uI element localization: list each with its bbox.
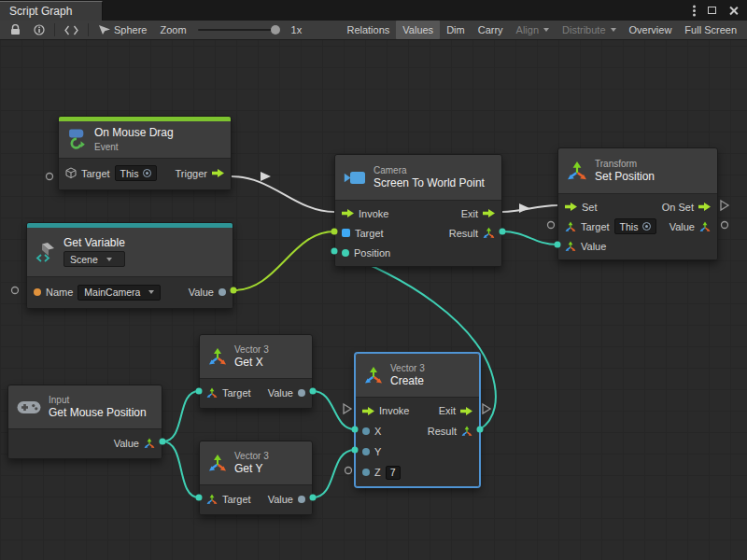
- port-label-position: Position: [354, 247, 390, 259]
- node-screen-to-world-point[interactable]: Camera Screen To World Point Invoke Exit…: [334, 154, 502, 267]
- tab-script-graph[interactable]: Script Graph: [0, 1, 103, 21]
- variable-name-value: MainCamera: [84, 287, 140, 298]
- vector3-icon: [208, 347, 227, 366]
- lock-icon: [10, 24, 21, 35]
- dropdown-caret-icon: [148, 290, 154, 294]
- values-button[interactable]: Values: [396, 21, 440, 39]
- zoom-slider-handle[interactable]: [271, 25, 280, 35]
- toolbar-separator: [54, 23, 55, 36]
- transform-icon: [567, 161, 587, 181]
- z-value-field[interactable]: 7: [386, 466, 401, 480]
- port-label-invoke: Invoke: [359, 208, 388, 219]
- dropdown-caret-icon: [611, 28, 616, 32]
- port-label-target: Target: [222, 494, 251, 505]
- object-picker-icon[interactable]: [642, 222, 651, 231]
- variable-scope-dropdown[interactable]: Scene: [63, 251, 125, 267]
- vector3-icon: [208, 454, 227, 472]
- node-title: Get X: [234, 357, 269, 370]
- vector-port-icon: [342, 249, 349, 257]
- node-ports: Name MainCamera Value: [27, 276, 233, 308]
- mouse-drag-event-icon: [67, 128, 87, 150]
- close-icon[interactable]: [728, 6, 738, 15]
- target-object-indicator[interactable]: Sphere: [92, 21, 153, 39]
- node-category: Vector 3: [234, 344, 269, 355]
- node-get-mouse-position[interactable]: Input Get Mouse Position Value: [7, 385, 162, 459]
- toolbar-separator: [88, 23, 89, 36]
- port-label-target: Target: [222, 387, 251, 399]
- node-header: Vector 3 Create: [356, 354, 479, 397]
- variable-scope-value: Scene: [70, 254, 98, 265]
- node-on-mouse-drag[interactable]: On Mouse Drag Event Target This Trigger: [58, 116, 232, 190]
- node-header: Camera Screen To World Point: [335, 155, 501, 200]
- port-label-exit: Exit: [461, 208, 478, 219]
- button-label: Values: [402, 24, 433, 35]
- full-screen-button[interactable]: Full Screen: [678, 21, 743, 39]
- control-arrow-icon: [212, 169, 224, 177]
- vector3-port-icon: [565, 241, 576, 252]
- pointer-icon: [98, 24, 111, 35]
- target-object-field[interactable]: This: [115, 165, 158, 181]
- zoom-value: 1x: [291, 24, 303, 35]
- node-title: Get Y: [234, 463, 269, 476]
- float-port-icon: [362, 427, 370, 435]
- dropdown-caret-icon: [543, 28, 549, 32]
- target-object-field[interactable]: This: [614, 218, 657, 234]
- dim-button[interactable]: Dim: [440, 21, 472, 39]
- port-label-value-out: Value: [669, 221, 695, 232]
- node-header: Transform Set Position: [558, 148, 717, 193]
- node-subtitle: Event: [94, 142, 174, 152]
- object-picker-icon[interactable]: [143, 169, 151, 177]
- port-label-target: Target: [581, 221, 610, 232]
- variable-name-dropdown[interactable]: MainCamera: [78, 285, 161, 301]
- node-ports: Target Value: [200, 378, 312, 408]
- node-header: Vector 3 Get Y: [200, 441, 312, 484]
- node-category: Vector 3: [234, 451, 269, 461]
- control-arrow-icon: [483, 209, 495, 217]
- relations-button[interactable]: Relations: [340, 21, 396, 39]
- info-icon: [34, 24, 45, 35]
- vector3-port-icon: [699, 221, 711, 232]
- port-label-value-in: Value: [581, 241, 606, 252]
- node-ports: Target Value: [200, 484, 312, 514]
- string-port-icon: [34, 288, 41, 296]
- control-arrow-icon: [342, 209, 354, 217]
- window-controls: [693, 0, 747, 21]
- node-get-y[interactable]: Vector 3 Get Y Target Value: [199, 441, 313, 515]
- button-label: Align: [516, 24, 539, 35]
- port-label-result: Result: [449, 228, 478, 239]
- node-title: Set Position: [595, 171, 655, 184]
- node-header: Get Variable Scene: [27, 228, 233, 276]
- lock-button[interactable]: [4, 21, 27, 39]
- port-label-value: Value: [268, 387, 293, 399]
- info-button[interactable]: [27, 21, 51, 39]
- carry-button[interactable]: Carry: [472, 21, 510, 39]
- node-get-variable[interactable]: Get Variable Scene Name MainCamera Value: [26, 222, 233, 309]
- dropdown-caret-icon: [106, 258, 112, 261]
- align-button: Align: [510, 21, 556, 39]
- node-ports: Value: [8, 428, 162, 458]
- vector3-port-icon: [206, 387, 218, 399]
- node-set-position[interactable]: Transform Set Position Set On Set Target: [557, 147, 718, 260]
- camera-port-icon: [342, 229, 350, 237]
- button-label: Full Screen: [684, 24, 737, 35]
- zoom-slider[interactable]: [198, 29, 280, 31]
- maximize-icon[interactable]: [708, 7, 716, 14]
- kebab-menu-icon[interactable]: [693, 9, 696, 12]
- float-port-icon: [362, 448, 370, 455]
- node-ports: Invoke Exit Target Result: [335, 200, 501, 266]
- node-vector3-create[interactable]: Vector 3 Create Invoke Exit X Result: [355, 353, 480, 487]
- overview-button[interactable]: Overview: [623, 21, 679, 39]
- window-tab-bar: Script Graph: [0, 0, 747, 21]
- gameobject-cube-icon: [65, 167, 77, 179]
- button-label: Carry: [478, 24, 503, 35]
- node-ports: Set On Set Target This Va: [558, 193, 717, 259]
- vector3-port-icon: [461, 426, 472, 437]
- get-variable-icon: [35, 242, 56, 262]
- port-label-exit: Exit: [439, 405, 456, 416]
- vector3-port-icon: [144, 438, 155, 449]
- code-view-button[interactable]: [58, 21, 85, 39]
- node-get-x[interactable]: Vector 3 Get X Target Value: [199, 334, 313, 409]
- button-label: Distribute: [562, 24, 605, 35]
- port-label-y: Y: [374, 446, 381, 457]
- vector3-port-icon: [565, 221, 576, 232]
